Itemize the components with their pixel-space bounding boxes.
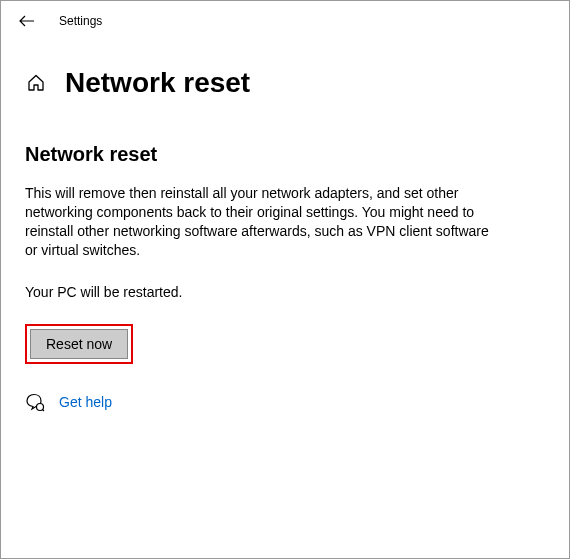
get-help-link[interactable]: Get help xyxy=(59,394,112,410)
back-button[interactable] xyxy=(13,7,41,35)
reset-button-highlight: Reset now xyxy=(25,324,133,364)
home-button[interactable] xyxy=(25,72,47,94)
description-text: This will remove then reinstall all your… xyxy=(25,184,505,260)
reset-now-button[interactable]: Reset now xyxy=(30,329,128,359)
titlebar: Settings xyxy=(1,1,569,41)
content-area: Network reset This will remove then rein… xyxy=(1,99,569,412)
page-title: Network reset xyxy=(65,67,250,99)
app-title: Settings xyxy=(59,14,102,28)
restart-note: Your PC will be restarted. xyxy=(25,284,545,300)
help-row: Get help xyxy=(25,392,545,412)
svg-point-0 xyxy=(37,403,44,410)
get-help-icon xyxy=(25,392,45,412)
back-arrow-icon xyxy=(18,12,36,30)
page-header: Network reset xyxy=(1,67,569,99)
section-title: Network reset xyxy=(25,143,545,166)
svg-line-1 xyxy=(43,409,45,411)
home-icon xyxy=(26,73,46,93)
